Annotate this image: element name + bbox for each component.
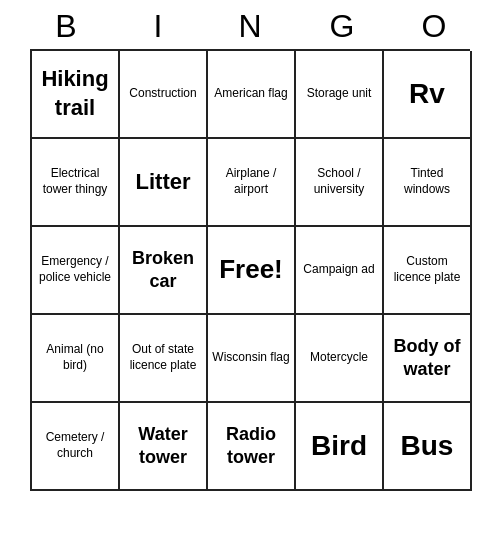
bingo-header: BINGO: [20, 0, 480, 49]
bingo-letter-b: B: [22, 8, 110, 45]
bingo-cell-24[interactable]: Bus: [384, 403, 472, 491]
bingo-cell-19[interactable]: Body of water: [384, 315, 472, 403]
bingo-grid: Hiking trailConstructionAmerican flagSto…: [30, 49, 470, 491]
bingo-cell-16[interactable]: Out of state licence plate: [120, 315, 208, 403]
bingo-cell-15[interactable]: Animal (no bird): [32, 315, 120, 403]
bingo-cell-4[interactable]: Rv: [384, 51, 472, 139]
bingo-cell-21[interactable]: Water tower: [120, 403, 208, 491]
bingo-letter-i: I: [114, 8, 202, 45]
bingo-cell-14[interactable]: Custom licence plate: [384, 227, 472, 315]
bingo-cell-2[interactable]: American flag: [208, 51, 296, 139]
bingo-cell-12[interactable]: Free!: [208, 227, 296, 315]
bingo-cell-7[interactable]: Airplane / airport: [208, 139, 296, 227]
bingo-cell-3[interactable]: Storage unit: [296, 51, 384, 139]
bingo-cell-13[interactable]: Campaign ad: [296, 227, 384, 315]
bingo-cell-6[interactable]: Litter: [120, 139, 208, 227]
bingo-cell-11[interactable]: Broken car: [120, 227, 208, 315]
bingo-letter-g: G: [298, 8, 386, 45]
bingo-cell-8[interactable]: School / university: [296, 139, 384, 227]
bingo-cell-17[interactable]: Wisconsin flag: [208, 315, 296, 403]
bingo-cell-10[interactable]: Emergency / police vehicle: [32, 227, 120, 315]
bingo-cell-0[interactable]: Hiking trail: [32, 51, 120, 139]
bingo-letter-n: N: [206, 8, 294, 45]
bingo-cell-5[interactable]: Electrical tower thingy: [32, 139, 120, 227]
bingo-cell-1[interactable]: Construction: [120, 51, 208, 139]
bingo-cell-22[interactable]: Radio tower: [208, 403, 296, 491]
bingo-cell-18[interactable]: Motercycle: [296, 315, 384, 403]
bingo-cell-23[interactable]: Bird: [296, 403, 384, 491]
bingo-letter-o: O: [390, 8, 478, 45]
bingo-cell-9[interactable]: Tinted windows: [384, 139, 472, 227]
bingo-cell-20[interactable]: Cemetery / church: [32, 403, 120, 491]
